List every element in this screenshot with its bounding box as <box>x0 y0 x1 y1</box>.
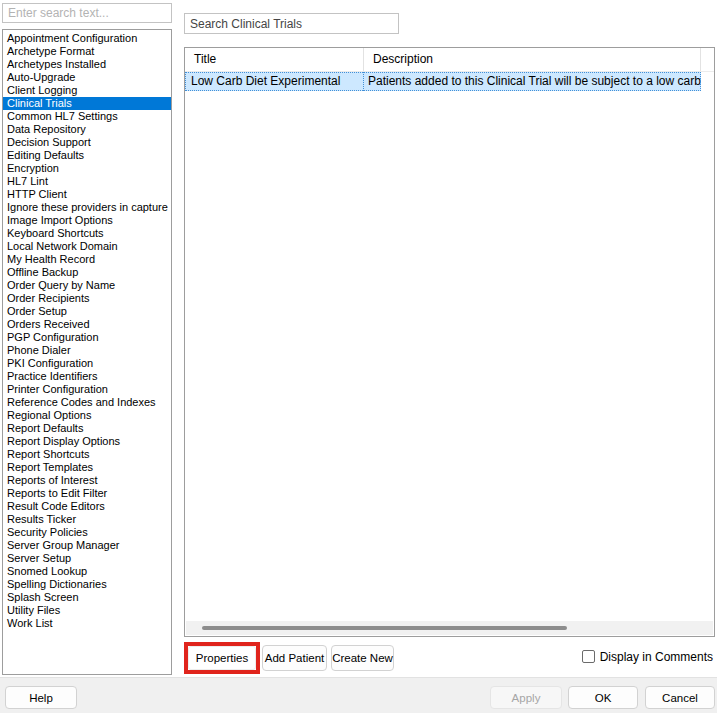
cell-title: Low Carb Diet Experimental <box>185 72 364 91</box>
settings-list-item[interactable]: Order Setup <box>3 305 171 318</box>
settings-list-item[interactable]: Security Policies <box>3 526 171 539</box>
settings-list-item[interactable]: Results Ticker <box>3 513 171 526</box>
settings-list-item[interactable]: PGP Configuration <box>3 331 171 344</box>
cancel-button[interactable]: Cancel <box>645 686 715 709</box>
scrollbar-thumb[interactable] <box>202 626 567 630</box>
cell-description: Patients added to this Clinical Trial wi… <box>364 72 701 91</box>
settings-list-item[interactable]: Client Logging <box>3 84 171 97</box>
settings-list-item[interactable]: Server Group Manager <box>3 539 171 552</box>
settings-list-item[interactable]: Reports of Interest <box>3 474 171 487</box>
settings-list-item[interactable]: Snomed Lookup <box>3 565 171 578</box>
settings-list-item[interactable]: Common HL7 Settings <box>3 110 171 123</box>
settings-list-item[interactable]: Splash Screen <box>3 591 171 604</box>
apply-button[interactable]: Apply <box>490 686 562 709</box>
settings-list-item[interactable]: Ignore these providers in capture <box>3 201 171 214</box>
settings-list-item[interactable]: Encryption <box>3 162 171 175</box>
settings-list-item[interactable]: Utility Files <box>3 604 171 617</box>
settings-list-item[interactable]: Local Network Domain <box>3 240 171 253</box>
clinical-trials-table: Title Description Low Carb Diet Experime… <box>184 47 715 637</box>
settings-list-item[interactable]: Archetypes Installed <box>3 58 171 71</box>
search-clinical-trials-input[interactable] <box>184 13 399 34</box>
settings-list-item[interactable]: Editing Defaults <box>3 149 171 162</box>
horizontal-scrollbar[interactable] <box>186 621 713 635</box>
settings-list-item[interactable]: Result Code Editors <box>3 500 171 513</box>
settings-list-item[interactable]: Reports to Edit Filter <box>3 487 171 500</box>
settings-list-item[interactable]: Practice Identifiers <box>3 370 171 383</box>
settings-list-item[interactable]: Keyboard Shortcuts <box>3 227 171 240</box>
help-button[interactable]: Help <box>5 686 77 709</box>
settings-list-item[interactable]: Data Repository <box>3 123 171 136</box>
settings-list-item[interactable]: Auto-Upgrade <box>3 71 171 84</box>
properties-button[interactable]: Properties <box>188 646 256 670</box>
add-patient-button[interactable]: Add Patient <box>262 645 327 671</box>
settings-list-item[interactable]: Archetype Format <box>3 45 171 58</box>
display-in-comments-checkbox[interactable] <box>582 650 595 663</box>
search-input[interactable] <box>2 3 172 23</box>
create-new-button[interactable]: Create New <box>331 645 394 671</box>
settings-list-item[interactable]: Report Defaults <box>3 422 171 435</box>
settings-list-item[interactable]: Phone Dialer <box>3 344 171 357</box>
settings-list-item[interactable]: Order Query by Name <box>3 279 171 292</box>
settings-list-item[interactable]: Decision Support <box>3 136 171 149</box>
settings-list-item[interactable]: Image Import Options <box>3 214 171 227</box>
settings-list-item[interactable]: My Health Record <box>3 253 171 266</box>
ok-button[interactable]: OK <box>568 686 638 709</box>
dialog-footer: Help Apply OK Cancel <box>0 677 717 713</box>
settings-list-item[interactable]: Orders Received <box>3 318 171 331</box>
table-row[interactable]: Low Carb Diet ExperimentalPatients added… <box>185 72 701 91</box>
settings-list-item[interactable]: Reference Codes and Indexes <box>3 396 171 409</box>
settings-list-item[interactable]: Offline Backup <box>3 266 171 279</box>
settings-list-item[interactable]: Work List <box>3 617 171 630</box>
settings-list-item[interactable]: HL7 Lint <box>3 175 171 188</box>
settings-list-item[interactable]: Regional Options <box>3 409 171 422</box>
annotation-highlight-box: Properties <box>184 642 260 674</box>
settings-list-item[interactable]: Clinical Trials <box>3 97 171 110</box>
settings-list-item[interactable]: Server Setup <box>3 552 171 565</box>
settings-list-item[interactable]: HTTP Client <box>3 188 171 201</box>
trials-table-body: Low Carb Diet ExperimentalPatients added… <box>185 72 714 91</box>
settings-list-item[interactable]: Spelling Dictionaries <box>3 578 171 591</box>
settings-list-item[interactable]: Report Shortcuts <box>3 448 171 461</box>
display-in-comments-option[interactable]: Display in Comments <box>582 648 713 665</box>
settings-category-list[interactable]: Appointment ConfigurationArchetype Forma… <box>2 29 172 675</box>
table-header: Title Description <box>185 48 714 72</box>
display-in-comments-label: Display in Comments <box>600 650 713 664</box>
settings-list-item[interactable]: Report Display Options <box>3 435 171 448</box>
settings-list-item[interactable]: Report Templates <box>3 461 171 474</box>
settings-list-item[interactable]: Printer Configuration <box>3 383 171 396</box>
settings-list-item[interactable]: PKI Configuration <box>3 357 171 370</box>
settings-list-item[interactable]: Order Recipients <box>3 292 171 305</box>
column-header-description[interactable]: Description <box>364 48 701 71</box>
column-header-title[interactable]: Title <box>185 48 364 71</box>
settings-list-item[interactable]: Appointment Configuration <box>3 32 171 45</box>
